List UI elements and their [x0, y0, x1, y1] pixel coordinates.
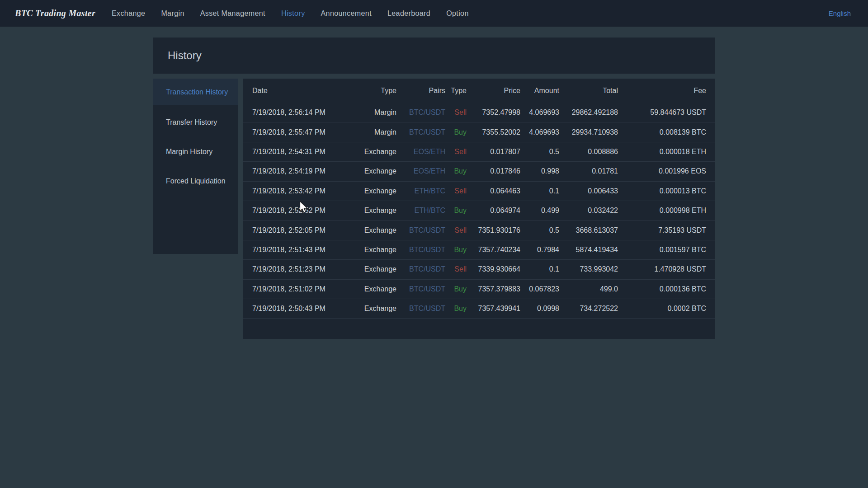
- nav-item-option[interactable]: Option: [446, 9, 469, 18]
- table-row: 7/19/2018, 2:50:43 PMExchangeBTC/USDTBuy…: [243, 299, 715, 319]
- table-header-row: DateTypePairsTypePriceAmountTotalFee: [243, 79, 715, 103]
- cell-fee: 7.35193 USDT: [243, 221, 706, 239]
- cell-fee: 1.470928 USDT: [243, 260, 706, 279]
- main-nav: ExchangeMarginAsset ManagementHistoryAnn…: [112, 0, 469, 27]
- cell-fee: 0.0002 BTC: [243, 299, 706, 318]
- table-row: 7/19/2018, 2:56:14 PMMarginBTC/USDTSell7…: [243, 103, 715, 122]
- table-row: 7/19/2018, 2:51:43 PMExchangeBTC/USDTBuy…: [243, 240, 715, 260]
- nav-item-margin[interactable]: Margin: [161, 9, 184, 18]
- cell-fee: 0.000013 BTC: [243, 182, 706, 201]
- transaction-table: DateTypePairsTypePriceAmountTotalFee7/19…: [243, 79, 715, 339]
- cell-fee: 0.000998 ETH: [243, 201, 706, 220]
- sidebar-item-transaction-history[interactable]: Transaction History: [153, 79, 238, 105]
- table-row: 7/19/2018, 2:55:47 PMMarginBTC/USDTBuy73…: [243, 122, 715, 142]
- history-sidebar: Transaction HistoryTransfer HistoryMargi…: [153, 79, 238, 254]
- page-title: History: [153, 38, 715, 74]
- cell-fee: 59.844673 USDT: [243, 103, 706, 122]
- nav-item-exchange[interactable]: Exchange: [112, 9, 145, 18]
- nav-item-asset-management[interactable]: Asset Management: [200, 9, 265, 18]
- table-row: 7/19/2018, 2:54:31 PMExchangeEOS/ETHSell…: [243, 142, 715, 162]
- brand-logo[interactable]: BTC Trading Master: [15, 0, 95, 27]
- cell-fee: 0.001996 EOS: [243, 162, 706, 181]
- table-row: 7/19/2018, 2:52:52 PMExchangeETH/BTCBuy0…: [243, 201, 715, 221]
- mouse-cursor: [299, 201, 309, 215]
- sidebar-item-margin-history[interactable]: Margin History: [153, 138, 238, 164]
- cell-fee: 0.001597 BTC: [243, 240, 706, 259]
- table-row: 7/19/2018, 2:52:05 PMExchangeBTC/USDTSel…: [243, 221, 715, 240]
- nav-item-history[interactable]: History: [281, 9, 305, 18]
- cell-fee: 0.008139 BTC: [243, 122, 706, 141]
- nav-item-announcement[interactable]: Announcement: [321, 9, 372, 18]
- sidebar-item-transfer-history[interactable]: Transfer History: [153, 109, 238, 134]
- table-row: 7/19/2018, 2:53:42 PMExchangeETH/BTCSell…: [243, 182, 715, 201]
- table-row: 7/19/2018, 2:51:02 PMExchangeBTC/USDTBuy…: [243, 280, 715, 299]
- cell-fee: 0.000018 ETH: [243, 142, 706, 161]
- top-navbar: BTC Trading Master ExchangeMarginAsset M…: [0, 0, 868, 27]
- page: { "navbar": { "brand": "BTC Trading Mast…: [0, 0, 868, 488]
- table-row: 7/19/2018, 2:54:19 PMExchangeEOS/ETHBuy0…: [243, 162, 715, 181]
- page-header-panel: History: [153, 38, 715, 74]
- column-header-fee: Fee: [243, 79, 706, 103]
- sidebar-item-forced-liquidation[interactable]: Forced Liquidation: [153, 168, 238, 193]
- nav-item-leaderboard[interactable]: Leaderboard: [387, 9, 430, 18]
- language-selector[interactable]: English: [829, 0, 851, 27]
- cell-fee: 0.000136 BTC: [243, 280, 706, 299]
- table-row: 7/19/2018, 2:51:23 PMExchangeBTC/USDTSel…: [243, 260, 715, 279]
